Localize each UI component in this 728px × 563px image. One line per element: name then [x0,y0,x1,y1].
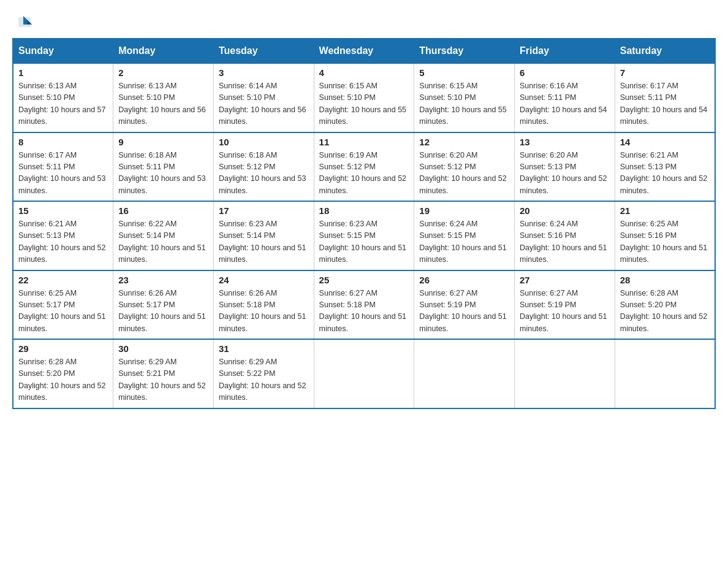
calendar-cell: 17 Sunrise: 6:23 AMSunset: 5:14 PMDaylig… [213,201,314,270]
weekday-header-saturday: Saturday [615,39,715,63]
day-number: 2 [118,67,208,78]
day-number: 9 [118,137,208,147]
calendar-cell: 8 Sunrise: 6:17 AMSunset: 5:11 PMDayligh… [13,132,113,202]
calendar-cell: 25 Sunrise: 6:27 AMSunset: 5:18 PMDaylig… [314,270,414,340]
day-number: 26 [419,275,509,285]
calendar-cell: 10 Sunrise: 6:18 AMSunset: 5:12 PMDaylig… [213,132,314,202]
day-number: 10 [219,137,309,147]
day-info: Sunrise: 6:27 AMSunset: 5:19 PMDaylight:… [520,289,607,333]
page-header [12,12,716,28]
weekday-header-sunday: Sunday [13,39,113,63]
logo [12,12,33,28]
logo-icon [13,12,33,32]
day-info: Sunrise: 6:25 AMSunset: 5:17 PMDaylight:… [18,289,105,333]
calendar-cell: 20 Sunrise: 6:24 AMSunset: 5:16 PMDaylig… [515,201,615,270]
calendar-cell: 21 Sunrise: 6:25 AMSunset: 5:16 PMDaylig… [615,201,715,270]
day-info: Sunrise: 6:13 AMSunset: 5:10 PMDaylight:… [118,82,205,126]
day-info: Sunrise: 6:17 AMSunset: 5:11 PMDaylight:… [18,151,105,195]
day-info: Sunrise: 6:25 AMSunset: 5:16 PMDaylight:… [620,220,707,264]
calendar-cell: 3 Sunrise: 6:14 AMSunset: 5:10 PMDayligh… [213,63,314,132]
day-number: 3 [219,67,309,78]
day-number: 7 [620,67,710,78]
day-number: 4 [319,67,409,78]
day-info: Sunrise: 6:21 AMSunset: 5:13 PMDaylight:… [620,151,707,195]
day-info: Sunrise: 6:28 AMSunset: 5:20 PMDaylight:… [18,358,105,402]
day-info: Sunrise: 6:28 AMSunset: 5:20 PMDaylight:… [620,289,707,333]
day-info: Sunrise: 6:18 AMSunset: 5:11 PMDaylight:… [118,151,205,195]
day-number: 25 [319,275,409,285]
day-info: Sunrise: 6:16 AMSunset: 5:11 PMDaylight:… [520,82,607,126]
day-info: Sunrise: 6:17 AMSunset: 5:11 PMDaylight:… [620,82,707,126]
calendar-cell: 31 Sunrise: 6:29 AMSunset: 5:22 PMDaylig… [213,339,314,408]
calendar-cell: 12 Sunrise: 6:20 AMSunset: 5:12 PMDaylig… [414,132,515,202]
calendar-cell: 29 Sunrise: 6:28 AMSunset: 5:20 PMDaylig… [13,339,113,408]
day-info: Sunrise: 6:24 AMSunset: 5:15 PMDaylight:… [419,220,506,264]
day-number: 24 [219,275,309,285]
calendar-cell: 5 Sunrise: 6:15 AMSunset: 5:10 PMDayligh… [414,63,515,132]
calendar-cell: 6 Sunrise: 6:16 AMSunset: 5:11 PMDayligh… [515,63,615,132]
calendar-week-row: 1 Sunrise: 6:13 AMSunset: 5:10 PMDayligh… [13,63,715,132]
calendar-cell: 7 Sunrise: 6:17 AMSunset: 5:11 PMDayligh… [615,63,715,132]
calendar-cell: 9 Sunrise: 6:18 AMSunset: 5:11 PMDayligh… [113,132,214,202]
calendar-cell: 11 Sunrise: 6:19 AMSunset: 5:12 PMDaylig… [314,132,414,202]
day-info: Sunrise: 6:18 AMSunset: 5:12 PMDaylight:… [219,151,306,195]
day-info: Sunrise: 6:27 AMSunset: 5:19 PMDaylight:… [419,289,506,333]
day-info: Sunrise: 6:23 AMSunset: 5:14 PMDaylight:… [219,220,306,264]
day-number: 20 [520,205,610,216]
calendar-cell: 23 Sunrise: 6:26 AMSunset: 5:17 PMDaylig… [113,270,214,340]
calendar-cell: 1 Sunrise: 6:13 AMSunset: 5:10 PMDayligh… [13,63,113,132]
weekday-header-monday: Monday [113,39,214,63]
calendar-cell: 18 Sunrise: 6:23 AMSunset: 5:15 PMDaylig… [314,201,414,270]
day-info: Sunrise: 6:29 AMSunset: 5:21 PMDaylight:… [118,358,205,402]
day-number: 31 [219,343,309,354]
day-info: Sunrise: 6:27 AMSunset: 5:18 PMDaylight:… [319,289,406,333]
day-number: 12 [419,137,509,147]
day-info: Sunrise: 6:14 AMSunset: 5:10 PMDaylight:… [219,82,306,126]
calendar-cell: 24 Sunrise: 6:26 AMSunset: 5:18 PMDaylig… [213,270,314,340]
calendar-week-row: 22 Sunrise: 6:25 AMSunset: 5:17 PMDaylig… [13,270,715,340]
calendar-cell: 2 Sunrise: 6:13 AMSunset: 5:10 PMDayligh… [113,63,214,132]
calendar-cell: 27 Sunrise: 6:27 AMSunset: 5:19 PMDaylig… [515,270,615,340]
day-number: 28 [620,275,710,285]
day-number: 19 [419,205,509,216]
calendar-week-row: 29 Sunrise: 6:28 AMSunset: 5:20 PMDaylig… [13,339,715,408]
day-number: 22 [18,275,108,285]
calendar-cell: 16 Sunrise: 6:22 AMSunset: 5:14 PMDaylig… [113,201,214,270]
day-info: Sunrise: 6:23 AMSunset: 5:15 PMDaylight:… [319,220,406,264]
calendar-cell [615,339,715,408]
day-info: Sunrise: 6:21 AMSunset: 5:13 PMDaylight:… [18,220,105,264]
day-info: Sunrise: 6:15 AMSunset: 5:10 PMDaylight:… [419,82,506,126]
day-number: 27 [520,275,610,285]
calendar-cell: 26 Sunrise: 6:27 AMSunset: 5:19 PMDaylig… [414,270,515,340]
calendar-week-row: 15 Sunrise: 6:21 AMSunset: 5:13 PMDaylig… [13,201,715,270]
day-info: Sunrise: 6:19 AMSunset: 5:12 PMDaylight:… [319,151,406,195]
day-info: Sunrise: 6:20 AMSunset: 5:13 PMDaylight:… [520,151,607,195]
day-number: 21 [620,205,710,216]
day-number: 1 [18,67,108,78]
day-info: Sunrise: 6:29 AMSunset: 5:22 PMDaylight:… [219,358,306,402]
calendar-table: SundayMondayTuesdayWednesdayThursdayFrid… [12,38,716,409]
day-info: Sunrise: 6:26 AMSunset: 5:17 PMDaylight:… [118,289,205,333]
calendar-cell [314,339,414,408]
weekday-header-wednesday: Wednesday [314,39,414,63]
day-number: 30 [118,343,208,354]
day-number: 16 [118,205,208,216]
calendar-cell: 13 Sunrise: 6:20 AMSunset: 5:13 PMDaylig… [515,132,615,202]
day-info: Sunrise: 6:20 AMSunset: 5:12 PMDaylight:… [419,151,506,195]
calendar-cell: 28 Sunrise: 6:28 AMSunset: 5:20 PMDaylig… [615,270,715,340]
weekday-header-tuesday: Tuesday [213,39,314,63]
day-info: Sunrise: 6:13 AMSunset: 5:10 PMDaylight:… [18,82,105,126]
day-number: 8 [18,137,108,147]
calendar-cell: 19 Sunrise: 6:24 AMSunset: 5:15 PMDaylig… [414,201,515,270]
day-info: Sunrise: 6:26 AMSunset: 5:18 PMDaylight:… [219,289,306,333]
day-number: 29 [18,343,108,354]
day-number: 17 [219,205,309,216]
weekday-header-thursday: Thursday [414,39,515,63]
calendar-cell: 30 Sunrise: 6:29 AMSunset: 5:21 PMDaylig… [113,339,214,408]
weekday-header-friday: Friday [515,39,615,63]
day-number: 15 [18,205,108,216]
day-number: 13 [520,137,610,147]
calendar-cell: 4 Sunrise: 6:15 AMSunset: 5:10 PMDayligh… [314,63,414,132]
day-number: 5 [419,67,509,78]
calendar-cell: 22 Sunrise: 6:25 AMSunset: 5:17 PMDaylig… [13,270,113,340]
